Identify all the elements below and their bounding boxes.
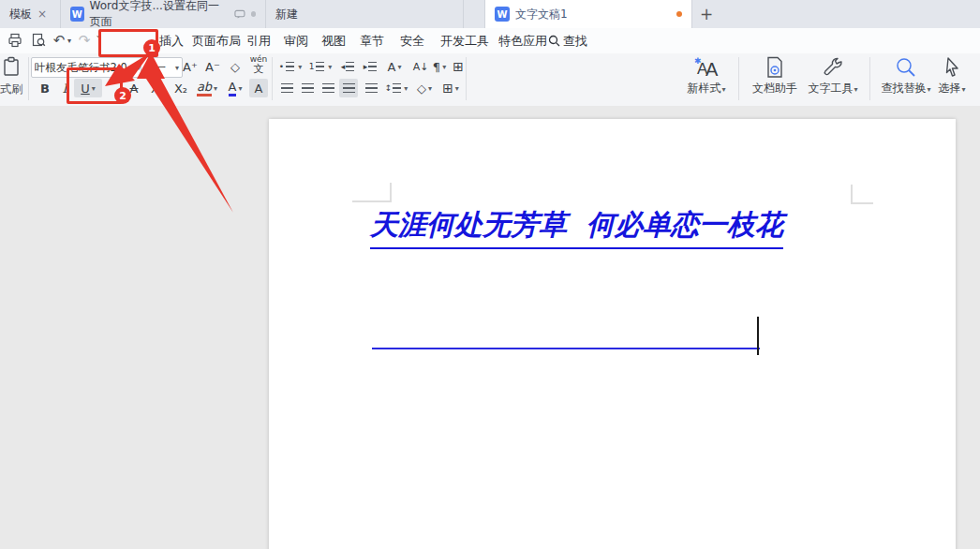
document-area: 天涯何处无芳草 何必单恋一枝花 Office教程网 www.office26.c… xyxy=(0,106,980,549)
tab-new[interactable]: 新建 xyxy=(266,0,464,28)
superscript-button[interactable]: X² xyxy=(146,79,169,97)
char-shading-button[interactable]: A xyxy=(249,79,268,97)
align-center-icon xyxy=(302,83,314,93)
clear-format-button[interactable]: ◇ xyxy=(225,57,245,76)
bars-icon xyxy=(393,83,401,93)
document-page[interactable]: 天涯何处无芳草 何必单恋一枝花 xyxy=(269,119,956,549)
writer-logo-icon: W xyxy=(495,7,510,22)
chevron-down-icon: ▾ xyxy=(428,84,432,93)
chevron-down-icon: ▾ xyxy=(298,63,302,71)
align-left-icon xyxy=(281,83,293,93)
menu-search[interactable]: 查找 xyxy=(548,28,587,53)
text-tool-button[interactable]: 文字工具▾ xyxy=(804,56,862,96)
align-right-button[interactable] xyxy=(319,79,337,97)
menu-item-dev-tools[interactable]: 开发工具 xyxy=(440,28,489,53)
tab-document1[interactable]: W 文字文稿1 xyxy=(485,0,692,28)
numbering-button[interactable]: 1 ▾ xyxy=(307,57,334,76)
decrease-font-button[interactable]: A⁻ xyxy=(202,57,223,76)
justify-button[interactable] xyxy=(339,79,358,97)
chevron-down-icon: ▾ xyxy=(721,85,725,94)
text-cursor xyxy=(757,317,759,355)
margin-corner-topleft xyxy=(352,183,392,202)
number-glyph: 1 xyxy=(309,63,315,71)
undo-icon[interactable]: ↶ xyxy=(52,31,67,50)
highlight-color-button[interactable]: ab ▾ xyxy=(195,79,219,97)
bullets-button[interactable]: • ▾ xyxy=(277,57,304,76)
bars-icon xyxy=(346,62,354,71)
wrench-icon xyxy=(822,56,844,79)
chevron-down-icon: ▾ xyxy=(397,63,401,71)
tab-template-label: 模板 xyxy=(9,7,32,22)
select-button[interactable]: 选择▾ xyxy=(933,56,971,96)
menu-item-section[interactable]: 章节 xyxy=(360,28,384,53)
chevron-down-icon: ▾ xyxy=(404,84,408,93)
close-icon[interactable]: × xyxy=(37,7,47,21)
show-marks-button[interactable]: ¶ ▾ xyxy=(427,57,452,76)
find-replace-label: 查找替换 xyxy=(881,82,926,95)
borders-button[interactable]: ⊞ ▾ xyxy=(438,79,463,97)
svg-text:✱: ✱ xyxy=(694,56,702,66)
distribute-button[interactable] xyxy=(362,79,380,97)
menu-item-review[interactable]: 审阅 xyxy=(284,28,308,53)
doc-assistant-button[interactable]: 文档助手 xyxy=(746,56,804,96)
menu-item-page-layout[interactable]: 页面布局 xyxy=(192,28,241,53)
new-tab-button[interactable]: + xyxy=(692,0,720,28)
chevron-down-icon: ▾ xyxy=(214,84,217,93)
subscript-button[interactable]: X₂ xyxy=(170,79,192,97)
menu-item-special-apps[interactable]: 特色应用 xyxy=(498,28,547,53)
font-size-select[interactable]: 小一 ▾ xyxy=(141,57,183,78)
outdent-arrow: ◂ xyxy=(341,63,346,71)
font-color-button[interactable]: A ▾ xyxy=(223,79,247,97)
bars-icon xyxy=(368,62,377,71)
tab-word-tips-label: Word文字技...设置在同一页面 xyxy=(90,0,229,30)
tab-word-tips[interactable]: W Word文字技...设置在同一页面 xyxy=(61,0,266,28)
menu-item-references[interactable]: 引用 xyxy=(246,28,271,53)
increase-font-button[interactable]: A⁺ xyxy=(180,57,200,76)
decrease-indent-button[interactable]: ◂ xyxy=(337,57,358,76)
bullet-glyph: • xyxy=(279,63,284,71)
shading-button[interactable]: ◇ ▾ xyxy=(412,79,437,97)
chevron-down-icon: ▾ xyxy=(455,84,459,93)
menu-item-security[interactable]: 安全 xyxy=(400,28,424,53)
text-tool-label: 文字工具 xyxy=(808,82,853,95)
new-style-button[interactable]: A A ✱ 新样式▾ xyxy=(686,56,727,96)
bars-icon xyxy=(286,62,294,71)
find-replace-button[interactable]: 查找替换▾ xyxy=(877,56,935,96)
step-badge-2: 2 xyxy=(114,87,131,104)
find-replace-icon xyxy=(895,56,917,79)
line-spacing-button[interactable]: ↕ ▾ xyxy=(384,79,408,97)
underline-rule[interactable] xyxy=(372,348,760,349)
align-left-button[interactable] xyxy=(277,79,296,97)
print-icon[interactable] xyxy=(6,31,24,50)
new-style-icon: A A ✱ xyxy=(694,56,719,79)
chevron-down-icon: ▾ xyxy=(854,85,857,94)
search-icon xyxy=(548,35,560,47)
tab-spacer xyxy=(464,0,485,28)
margin-corner-topright xyxy=(851,185,873,204)
font-size-value: 小一 xyxy=(144,61,166,75)
undo-dropdown-icon[interactable]: ▾ xyxy=(66,31,73,50)
pinyin-guide-button[interactable]: wén 文 xyxy=(246,55,271,74)
menu-item-view[interactable]: 视图 xyxy=(321,28,346,53)
print-preview-icon[interactable] xyxy=(29,31,48,50)
tab-template[interactable]: 模板 × xyxy=(0,0,61,28)
document-tab-bar: 模板 × W Word文字技...设置在同一页面 新建 W 文字文稿1 + xyxy=(0,0,980,29)
increase-indent-button[interactable]: ▸ xyxy=(360,57,380,76)
document-heading-text[interactable]: 天涯何处无芳草 何必单恋一枝花 xyxy=(370,206,783,249)
text-direction-button[interactable]: A ▾ xyxy=(382,57,407,76)
updown-arrow: ↕ xyxy=(385,84,393,93)
paste-icon[interactable] xyxy=(2,56,22,81)
distribute-icon xyxy=(365,83,378,93)
indent-arrow: ▸ xyxy=(364,63,368,71)
align-center-button[interactable] xyxy=(298,79,317,97)
tab-document1-label: 文字文稿1 xyxy=(515,7,568,22)
menu-item-insert[interactable]: 插入 xyxy=(159,28,184,53)
pilcrow-glyph: ¶ xyxy=(433,60,440,74)
wps-writer-window: 模板 × W Word文字技...设置在同一页面 新建 W 文字文稿1 + xyxy=(0,0,980,549)
new-style-label: 新样式 xyxy=(687,82,720,95)
step-badge-1: 1 xyxy=(143,39,160,56)
bold-button[interactable]: B xyxy=(36,79,54,97)
tab-settings-button[interactable]: ⊞ xyxy=(450,57,467,76)
format-painter-label[interactable]: 式刷 xyxy=(0,82,22,97)
textdir-glyph: A xyxy=(388,60,396,74)
